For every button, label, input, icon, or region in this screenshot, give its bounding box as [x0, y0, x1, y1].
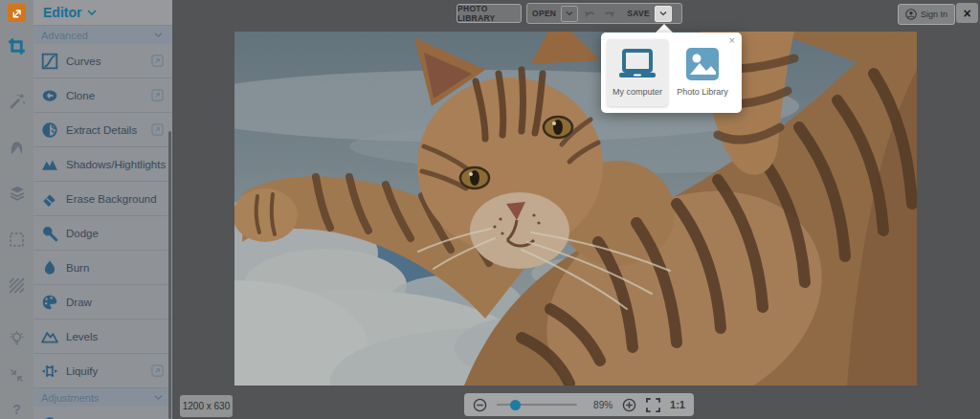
zoom-controls: 89% 1:1: [464, 393, 694, 416]
open-button[interactable]: OPEN: [532, 9, 556, 18]
app-logo-button[interactable]: [0, 0, 33, 26]
plus-circle-icon: [622, 398, 636, 412]
pro-badge-icon: [151, 89, 164, 101]
file-actions-group: OPEN SAVE: [526, 3, 682, 24]
editor-menu[interactable]: Editor: [33, 0, 172, 26]
section-label: Advanced: [41, 30, 88, 41]
dodge-icon: [41, 225, 58, 242]
undo-button[interactable]: [583, 7, 597, 21]
close-icon: ×: [963, 6, 970, 21]
frame-icon[interactable]: [0, 227, 33, 252]
sidebar: Editor: [0, 0, 172, 419]
clone-icon: [41, 87, 58, 104]
tool-item-clone[interactable]: Clone: [33, 78, 172, 113]
photo-library-button[interactable]: PHOTO LIBRARY: [457, 4, 522, 23]
shadows-highlights-icon: [41, 156, 58, 173]
zoom-percent: 89%: [587, 400, 612, 410]
tool-item-levels[interactable]: Levels: [33, 320, 172, 354]
photo-icon: [685, 47, 720, 81]
zoom-slider-thumb[interactable]: [510, 400, 521, 410]
eraser-icon: [41, 190, 58, 208]
popup-caret: [656, 24, 673, 33]
avatar-icon: [905, 9, 917, 20]
open-from-computer-tile[interactable]: My computer: [607, 39, 668, 106]
levels-icon: [41, 328, 58, 345]
canvas-image[interactable]: [234, 32, 917, 386]
tool-item-liquify[interactable]: Liquify: [33, 354, 172, 388]
pro-badge-icon: [151, 55, 164, 67]
pro-badge-icon: [151, 364, 164, 377]
sign-in-button[interactable]: Sign In: [898, 4, 955, 25]
open-source-popup: × My computer Photo Library: [601, 33, 742, 113]
chevron-down-icon: [87, 9, 97, 16]
tips-lightbulb-icon[interactable]: [0, 326, 33, 351]
fullscreen-toggle-icon[interactable]: [0, 363, 33, 387]
tool-strip: ?: [0, 26, 34, 419]
fullscreen-icon: [646, 398, 660, 412]
page-title: Editor: [43, 5, 81, 20]
pixlr-editor-app: Editor: [0, 0, 980, 419]
section-adjustments[interactable]: Adjustments: [33, 388, 172, 407]
section-label: Adjustments: [41, 392, 100, 404]
redo-button[interactable]: [602, 7, 616, 21]
tool-item-burn[interactable]: Burn: [33, 251, 172, 285]
palette-icon: [41, 294, 58, 311]
section-advanced[interactable]: Advanced: [33, 26, 172, 44]
redo-icon: [603, 9, 615, 19]
save-button[interactable]: SAVE: [627, 9, 650, 18]
extract-details-icon: [41, 121, 58, 139]
tool-item-dodge[interactable]: Dodge: [33, 216, 172, 251]
open-dropdown-button[interactable]: [561, 6, 578, 22]
help-icon[interactable]: ?: [0, 397, 33, 419]
tool-item-shadows-highlights[interactable]: Shadows/Hightlights: [33, 147, 172, 182]
fit-screen-button[interactable]: [646, 398, 660, 412]
tool-item-erase-background[interactable]: Erase Background: [33, 182, 172, 216]
zoom-out-button[interactable]: [473, 398, 487, 412]
close-editor-button[interactable]: ×: [956, 3, 978, 23]
tool-item-partial[interactable]: [33, 407, 172, 419]
minus-circle-icon: [473, 398, 487, 412]
tool-item-extract-details[interactable]: Extract Details: [33, 113, 172, 147]
panel-scrollbar[interactable]: [168, 131, 171, 419]
tool-item-curves[interactable]: Curves: [33, 44, 172, 78]
chevron-down-icon: [154, 394, 163, 401]
zoom-in-button[interactable]: [622, 398, 636, 412]
actual-size-button[interactable]: 1:1: [670, 399, 685, 410]
chevron-down-icon: [566, 11, 573, 16]
layers-icon[interactable]: [0, 181, 33, 206]
curves-icon: [41, 53, 58, 70]
liquify-icon: [41, 363, 58, 380]
chevron-down-icon: [659, 11, 667, 16]
laptop-icon: [617, 47, 657, 81]
tool-item-draw[interactable]: Draw: [33, 285, 172, 320]
retouch-wand-icon[interactable]: [0, 89, 33, 114]
cat-photo-illustration: [234, 32, 917, 386]
open-from-photo-library-tile[interactable]: Photo Library: [672, 39, 733, 106]
flame-icon: [41, 259, 58, 276]
zoom-slider[interactable]: [497, 404, 577, 406]
pixlr-logo-icon: [8, 4, 26, 22]
pro-badge-icon: [151, 123, 164, 136]
save-dropdown-button[interactable]: [655, 6, 672, 22]
hair-style-icon[interactable]: [0, 135, 33, 160]
tool-icon: [41, 415, 58, 419]
pattern-icon[interactable]: [0, 273, 33, 298]
tools-panel: Advanced Curves Clone Extract Details: [33, 26, 172, 419]
undo-icon: [584, 9, 596, 19]
crop-tool-icon[interactable]: [0, 33, 33, 58]
chevron-down-icon: [154, 32, 163, 38]
image-dimensions-badge: 1200 x 630: [180, 395, 233, 417]
